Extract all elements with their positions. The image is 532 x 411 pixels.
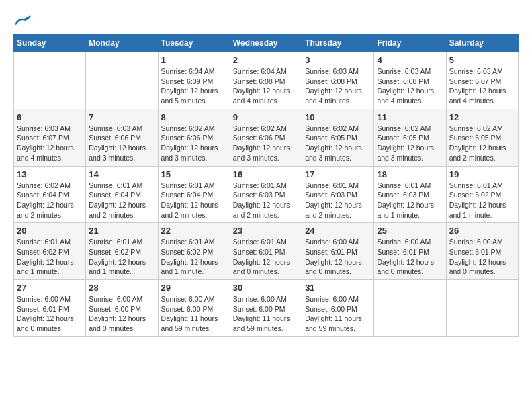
day-info: Sunrise: 6:01 AM Sunset: 6:02 PM Dayligh… bbox=[17, 237, 83, 277]
calendar-cell: 2Sunrise: 6:04 AM Sunset: 6:08 PM Daylig… bbox=[230, 52, 302, 109]
calendar-cell: 5Sunrise: 6:03 AM Sunset: 6:07 PM Daylig… bbox=[446, 52, 518, 109]
calendar-cell: 11Sunrise: 6:02 AM Sunset: 6:05 PM Dayli… bbox=[374, 109, 446, 166]
day-number: 29 bbox=[161, 283, 227, 293]
calendar-cell: 16Sunrise: 6:01 AM Sunset: 6:03 PM Dayli… bbox=[230, 166, 302, 223]
day-info: Sunrise: 6:03 AM Sunset: 6:07 PM Dayligh… bbox=[449, 66, 515, 106]
day-info: Sunrise: 6:03 AM Sunset: 6:07 PM Dayligh… bbox=[17, 124, 83, 163]
calendar-week-row: 6Sunrise: 6:03 AM Sunset: 6:07 PM Daylig… bbox=[14, 109, 519, 166]
day-info: Sunrise: 6:01 AM Sunset: 6:03 PM Dayligh… bbox=[305, 181, 371, 220]
calendar-cell: 3Sunrise: 6:03 AM Sunset: 6:08 PM Daylig… bbox=[302, 52, 374, 109]
day-number: 4 bbox=[377, 55, 443, 65]
day-info: Sunrise: 6:01 AM Sunset: 6:03 PM Dayligh… bbox=[377, 181, 443, 220]
day-number: 28 bbox=[89, 283, 154, 293]
day-header-thursday: Thursday bbox=[302, 34, 374, 52]
day-number: 15 bbox=[161, 169, 227, 179]
day-number: 16 bbox=[233, 169, 299, 179]
day-info: Sunrise: 6:04 AM Sunset: 6:09 PM Dayligh… bbox=[161, 66, 227, 106]
day-info: Sunrise: 6:00 AM Sunset: 6:00 PM Dayligh… bbox=[89, 294, 154, 334]
calendar-cell: 26Sunrise: 6:00 AM Sunset: 6:01 PM Dayli… bbox=[446, 223, 518, 280]
day-number: 2 bbox=[233, 55, 299, 65]
day-info: Sunrise: 6:00 AM Sunset: 6:00 PM Dayligh… bbox=[233, 294, 299, 334]
day-info: Sunrise: 6:00 AM Sunset: 6:01 PM Dayligh… bbox=[377, 237, 443, 277]
calendar-cell: 19Sunrise: 6:01 AM Sunset: 6:02 PM Dayli… bbox=[446, 166, 518, 223]
day-number: 26 bbox=[449, 226, 515, 236]
calendar-body: 1Sunrise: 6:04 AM Sunset: 6:09 PM Daylig… bbox=[14, 52, 519, 337]
day-header-saturday: Saturday bbox=[446, 34, 518, 52]
day-number: 12 bbox=[449, 112, 515, 122]
calendar-cell: 10Sunrise: 6:02 AM Sunset: 6:05 PM Dayli… bbox=[302, 109, 374, 166]
logo bbox=[13, 13, 31, 27]
calendar-cell: 17Sunrise: 6:01 AM Sunset: 6:03 PM Dayli… bbox=[302, 166, 374, 223]
day-info: Sunrise: 6:01 AM Sunset: 6:03 PM Dayligh… bbox=[233, 181, 299, 220]
day-info: Sunrise: 6:00 AM Sunset: 6:01 PM Dayligh… bbox=[449, 237, 515, 277]
calendar-cell: 4Sunrise: 6:03 AM Sunset: 6:08 PM Daylig… bbox=[374, 52, 446, 109]
calendar-cell: 27Sunrise: 6:00 AM Sunset: 6:01 PM Dayli… bbox=[14, 280, 86, 337]
day-number: 30 bbox=[233, 283, 299, 293]
day-number: 23 bbox=[233, 226, 299, 236]
day-info: Sunrise: 6:02 AM Sunset: 6:05 PM Dayligh… bbox=[305, 124, 371, 163]
day-info: Sunrise: 6:00 AM Sunset: 6:01 PM Dayligh… bbox=[305, 237, 371, 277]
calendar-cell: 21Sunrise: 6:01 AM Sunset: 6:02 PM Dayli… bbox=[86, 223, 158, 280]
day-info: Sunrise: 6:00 AM Sunset: 6:01 PM Dayligh… bbox=[17, 294, 83, 334]
calendar-cell: 9Sunrise: 6:02 AM Sunset: 6:06 PM Daylig… bbox=[230, 109, 302, 166]
calendar-cell: 13Sunrise: 6:02 AM Sunset: 6:04 PM Dayli… bbox=[14, 166, 86, 223]
calendar-cell: 28Sunrise: 6:00 AM Sunset: 6:00 PM Dayli… bbox=[86, 280, 158, 337]
day-info: Sunrise: 6:03 AM Sunset: 6:06 PM Dayligh… bbox=[89, 124, 154, 163]
day-info: Sunrise: 6:01 AM Sunset: 6:02 PM Dayligh… bbox=[161, 237, 227, 277]
day-number: 14 bbox=[89, 169, 154, 179]
day-number: 11 bbox=[377, 112, 443, 122]
day-number: 17 bbox=[305, 169, 371, 179]
calendar-cell: 18Sunrise: 6:01 AM Sunset: 6:03 PM Dayli… bbox=[374, 166, 446, 223]
day-number: 6 bbox=[17, 112, 83, 122]
day-info: Sunrise: 6:03 AM Sunset: 6:08 PM Dayligh… bbox=[305, 66, 371, 106]
day-info: Sunrise: 6:01 AM Sunset: 6:01 PM Dayligh… bbox=[233, 237, 299, 277]
calendar-cell bbox=[446, 280, 518, 337]
calendar-cell bbox=[14, 52, 86, 109]
calendar-cell bbox=[374, 280, 446, 337]
calendar-cell: 8Sunrise: 6:02 AM Sunset: 6:06 PM Daylig… bbox=[158, 109, 230, 166]
calendar-table: SundayMondayTuesdayWednesdayThursdayFrid… bbox=[13, 34, 519, 337]
calendar-cell: 14Sunrise: 6:01 AM Sunset: 6:04 PM Dayli… bbox=[86, 166, 158, 223]
calendar-cell bbox=[86, 52, 158, 109]
day-number: 1 bbox=[161, 55, 227, 65]
day-header-monday: Monday bbox=[86, 34, 158, 52]
day-number: 3 bbox=[305, 55, 371, 65]
day-number: 5 bbox=[449, 55, 515, 65]
calendar-week-row: 20Sunrise: 6:01 AM Sunset: 6:02 PM Dayli… bbox=[14, 223, 519, 280]
calendar-cell: 6Sunrise: 6:03 AM Sunset: 6:07 PM Daylig… bbox=[14, 109, 86, 166]
day-header-sunday: Sunday bbox=[14, 34, 86, 52]
calendar-cell: 20Sunrise: 6:01 AM Sunset: 6:02 PM Dayli… bbox=[14, 223, 86, 280]
day-info: Sunrise: 6:01 AM Sunset: 6:04 PM Dayligh… bbox=[161, 181, 227, 220]
calendar-cell: 15Sunrise: 6:01 AM Sunset: 6:04 PM Dayli… bbox=[158, 166, 230, 223]
calendar-cell: 23Sunrise: 6:01 AM Sunset: 6:01 PM Dayli… bbox=[230, 223, 302, 280]
day-header-wednesday: Wednesday bbox=[230, 34, 302, 52]
day-number: 9 bbox=[233, 112, 299, 122]
page-header bbox=[13, 13, 519, 27]
day-info: Sunrise: 6:01 AM Sunset: 6:02 PM Dayligh… bbox=[89, 237, 154, 277]
day-info: Sunrise: 6:01 AM Sunset: 6:04 PM Dayligh… bbox=[89, 181, 154, 220]
calendar-week-row: 1Sunrise: 6:04 AM Sunset: 6:09 PM Daylig… bbox=[14, 52, 519, 109]
day-number: 27 bbox=[17, 283, 83, 293]
day-number: 25 bbox=[377, 226, 443, 236]
day-info: Sunrise: 6:02 AM Sunset: 6:05 PM Dayligh… bbox=[449, 124, 515, 163]
day-number: 13 bbox=[17, 169, 83, 179]
day-header-friday: Friday bbox=[374, 34, 446, 52]
calendar-cell: 29Sunrise: 6:00 AM Sunset: 6:00 PM Dayli… bbox=[158, 280, 230, 337]
calendar-cell: 31Sunrise: 6:00 AM Sunset: 6:00 PM Dayli… bbox=[302, 280, 374, 337]
day-info: Sunrise: 6:04 AM Sunset: 6:08 PM Dayligh… bbox=[233, 66, 299, 106]
day-number: 8 bbox=[161, 112, 227, 122]
day-info: Sunrise: 6:02 AM Sunset: 6:06 PM Dayligh… bbox=[161, 124, 227, 163]
day-info: Sunrise: 6:02 AM Sunset: 6:05 PM Dayligh… bbox=[377, 124, 443, 163]
day-number: 19 bbox=[449, 169, 515, 179]
calendar-cell: 30Sunrise: 6:00 AM Sunset: 6:00 PM Dayli… bbox=[230, 280, 302, 337]
calendar-week-row: 13Sunrise: 6:02 AM Sunset: 6:04 PM Dayli… bbox=[14, 166, 519, 223]
day-number: 7 bbox=[89, 112, 154, 122]
day-number: 20 bbox=[17, 226, 83, 236]
day-number: 22 bbox=[161, 226, 227, 236]
calendar-cell: 7Sunrise: 6:03 AM Sunset: 6:06 PM Daylig… bbox=[86, 109, 158, 166]
day-info: Sunrise: 6:00 AM Sunset: 6:00 PM Dayligh… bbox=[305, 294, 371, 334]
calendar-cell: 24Sunrise: 6:00 AM Sunset: 6:01 PM Dayli… bbox=[302, 223, 374, 280]
calendar-cell: 22Sunrise: 6:01 AM Sunset: 6:02 PM Dayli… bbox=[158, 223, 230, 280]
day-number: 21 bbox=[89, 226, 154, 236]
calendar-week-row: 27Sunrise: 6:00 AM Sunset: 6:01 PM Dayli… bbox=[14, 280, 519, 337]
